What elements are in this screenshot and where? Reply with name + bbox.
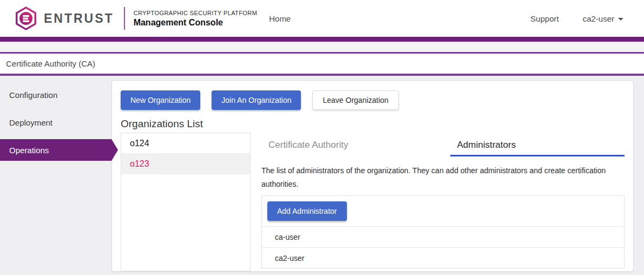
breadcrumb: Certificate Authority (CA) <box>6 59 95 68</box>
breadcrumb-bar: Certificate Authority (CA) <box>0 54 644 74</box>
organization-panes: o124 o123 Certificate Authority Administ… <box>121 133 625 271</box>
sidebar-item-label: Operations <box>9 146 49 155</box>
detail-tabs: Certificate Authority Administrators <box>261 133 625 156</box>
organizations-list-title: Organizations List <box>121 118 625 130</box>
organization-item-o123[interactable]: o123 <box>121 154 250 174</box>
sidebar-item-operations[interactable]: Operations <box>0 139 111 161</box>
administrators-panel-header: Add Administrator <box>262 196 624 227</box>
organization-name: o124 <box>130 139 149 148</box>
organizations-list: o124 o123 <box>121 133 251 271</box>
gray-strip <box>0 42 644 52</box>
chevron-down-icon <box>618 18 623 21</box>
platform-label: CRYPTOGRAPHIC SECURITY PLATFORM <box>134 10 258 16</box>
administrator-name: ca-user <box>275 233 300 241</box>
leave-organization-button[interactable]: Leave Organization <box>312 90 398 110</box>
brand-name: ENTRUST <box>44 11 114 26</box>
organization-detail: Certificate Authority Administrators The… <box>261 133 625 269</box>
sidebar-item-deployment[interactable]: Deployment <box>0 109 111 136</box>
organization-toolbar: New Organization Join An Organization Le… <box>121 90 625 110</box>
administrators-description: The list of administrators of the organi… <box>261 164 625 191</box>
user-menu-label: ca2-user <box>583 14 614 23</box>
sidebar-item-label: Deployment <box>9 118 52 127</box>
content-area: Configuration Deployment Operations New … <box>0 76 644 275</box>
user-menu[interactable]: ca2-user <box>583 14 623 23</box>
administrators-panel: Add Administrator ca-user ca2-user <box>261 195 625 269</box>
sidebar-item-configuration[interactable]: Configuration <box>0 81 111 109</box>
console-title: Management Console <box>134 18 258 28</box>
organization-item-o124[interactable]: o124 <box>121 133 250 154</box>
join-organization-button[interactable]: Join An Organization <box>212 90 301 110</box>
add-administrator-button[interactable]: Add Administrator <box>267 201 347 221</box>
header-divider <box>124 7 125 30</box>
administrator-row-ca-user[interactable]: ca-user <box>262 227 624 247</box>
main-panel: New Organization Join An Organization Le… <box>111 80 634 272</box>
tab-certificate-authority[interactable]: Certificate Authority <box>261 133 436 156</box>
organization-name: o123 <box>130 159 149 169</box>
sidebar: Configuration Deployment Operations <box>0 76 111 164</box>
sidebar-item-label: Configuration <box>9 90 57 100</box>
entrust-logo-icon <box>14 6 38 31</box>
nav-home-link[interactable]: Home <box>269 14 291 23</box>
new-organization-button[interactable]: New Organization <box>121 90 200 110</box>
product-title-block: CRYPTOGRAPHIC SECURITY PLATFORM Manageme… <box>134 10 258 28</box>
administrator-row-ca2-user[interactable]: ca2-user <box>262 247 624 268</box>
app-header: ENTRUST CRYPTOGRAPHIC SECURITY PLATFORM … <box>0 0 644 37</box>
tab-label: Administrators <box>457 140 516 150</box>
purple-band-top <box>0 37 644 42</box>
support-link[interactable]: Support <box>530 14 559 23</box>
administrator-name: ca2-user <box>275 254 304 263</box>
tab-administrators[interactable]: Administrators <box>450 133 625 156</box>
tab-label: Certificate Authority <box>268 140 348 150</box>
